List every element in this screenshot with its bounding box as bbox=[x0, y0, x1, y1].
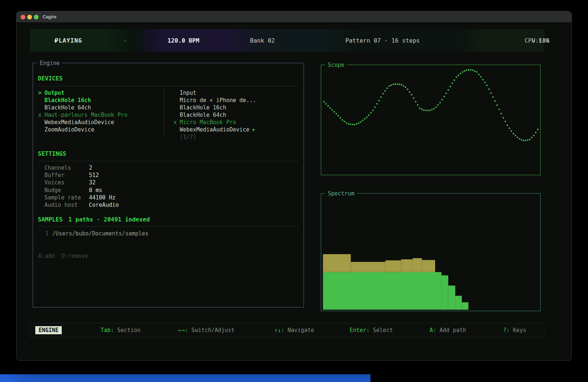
transport-bar: ▶PLAYING - 120.0 BPM Bank 02 Pattern 07 … bbox=[30, 29, 544, 52]
setting-value[interactable]: 44100 Hz bbox=[89, 194, 115, 201]
device-name: BlackHole 64ch bbox=[180, 112, 226, 118]
device-item[interactable]: Micro de « iPhone de... bbox=[173, 97, 295, 104]
settings-heading: SETTINGS bbox=[38, 150, 66, 157]
setting-value[interactable]: CoreAudio bbox=[89, 202, 119, 208]
settings-row: Audio hostCoreAudio bbox=[44, 201, 119, 209]
key-hint: A: Add path bbox=[430, 327, 466, 334]
titlebar[interactable]: Cagire bbox=[17, 11, 571, 22]
device-name: Haut-parleurs MacBook Pro bbox=[44, 112, 128, 118]
device-name: Micro de « iPhone de... bbox=[180, 97, 256, 104]
settings-table: Channels2Buffer512Voices32Nudge0 msSampl… bbox=[44, 164, 119, 209]
setting-value[interactable]: 2 bbox=[89, 165, 92, 171]
app-window: Cagire ▶PLAYING - 120.0 BPM Bank 02 Patt… bbox=[16, 11, 572, 361]
device-name: WebexMediaAudioDevice bbox=[180, 126, 250, 133]
device-item[interactable]: BlackHole 16ch bbox=[38, 97, 159, 104]
scope-waveform bbox=[321, 65, 540, 175]
device-marker bbox=[173, 104, 180, 111]
device-marker bbox=[173, 126, 180, 133]
hint-key: ←→: bbox=[178, 327, 188, 334]
device-marker bbox=[38, 97, 44, 104]
device-item[interactable]: xHaut-parleurs MacBook Pro bbox=[38, 111, 159, 119]
device-item[interactable]: WebexMediaAudioDevice ▼ bbox=[173, 126, 295, 133]
cpu-meter: CPU 13% V:16 L:0 bbox=[524, 37, 539, 44]
close-button[interactable] bbox=[21, 15, 25, 19]
device-name: WebexMediaAudioDevice bbox=[44, 119, 114, 126]
setting-value[interactable]: 0 ms bbox=[89, 187, 102, 194]
help-bar: ENGINE Tab: Section←→: Switch/Adjust↑↓: … bbox=[30, 323, 544, 338]
device-marker bbox=[38, 104, 44, 111]
bank-display[interactable]: Bank 02 bbox=[250, 37, 275, 44]
samples-keys-hint: A:add D:remove bbox=[38, 253, 88, 259]
active-device-marker: x bbox=[173, 119, 180, 126]
device-item[interactable]: BlackHole 16ch bbox=[173, 104, 295, 111]
window-title: Cagire bbox=[43, 14, 56, 19]
device-item[interactable]: BlackHole 64ch bbox=[38, 104, 159, 111]
setting-label: Channels bbox=[44, 164, 89, 172]
settings-row: Nudge0 ms bbox=[44, 187, 119, 194]
minimize-button[interactable] bbox=[27, 15, 32, 19]
engine-panel: Engine DEVICES >Output BlackHole 16ch Bl… bbox=[33, 63, 304, 307]
setting-label: Buffer bbox=[44, 172, 89, 179]
key-hint: Enter: Select bbox=[350, 327, 393, 334]
device-name: BlackHole 64ch bbox=[44, 104, 91, 111]
device-name: Micro MacBook Pro bbox=[180, 119, 236, 126]
device-marker bbox=[173, 111, 180, 119]
hint-key: ↑↓: bbox=[274, 327, 284, 334]
spectrum-panel: Spectrum bbox=[321, 193, 541, 311]
scope-panel: Scope bbox=[321, 65, 541, 175]
device-name: BlackHole 16ch bbox=[180, 104, 226, 111]
hint-key: Tab: bbox=[101, 327, 114, 334]
devices-separator bbox=[38, 86, 299, 86]
settings-row: Channels2 bbox=[44, 164, 119, 172]
settings-separator bbox=[38, 161, 299, 161]
setting-label: Sample rate bbox=[44, 194, 89, 201]
hint-key: A: bbox=[430, 327, 436, 334]
device-marker bbox=[38, 119, 44, 126]
device-marker bbox=[38, 126, 44, 133]
selection-marker: > bbox=[38, 89, 44, 97]
input-device-list: Input Micro de « iPhone de... BlackHole … bbox=[173, 89, 295, 141]
samples-separator bbox=[38, 226, 299, 227]
hint-desc: Select bbox=[370, 327, 393, 334]
background-window-strip bbox=[0, 374, 370, 382]
settings-row: Buffer512 bbox=[44, 172, 119, 179]
key-hint: ↑↓: Navigate bbox=[274, 327, 314, 334]
bpm-display[interactable]: 120.0 BPM bbox=[168, 37, 200, 44]
device-item[interactable]: WebexMediaAudioDevice bbox=[38, 119, 159, 126]
device-name: ZoomAudioDevice bbox=[44, 126, 94, 133]
device-name: BlackHole 16ch bbox=[44, 97, 91, 104]
key-hint: ?: Keys bbox=[503, 327, 526, 334]
input-column-header[interactable]: Input bbox=[173, 89, 295, 97]
mode-badge: ENGINE bbox=[35, 326, 62, 334]
settings-row: Sample rate44100 Hz bbox=[44, 194, 119, 201]
output-column-header[interactable]: >Output bbox=[38, 89, 159, 97]
key-hint: ←→: Switch/Adjust bbox=[178, 327, 235, 334]
setting-label: Nudge bbox=[44, 187, 89, 194]
hint-desc: Keys bbox=[510, 327, 526, 334]
hint-desc: Section bbox=[114, 327, 140, 334]
devices-heading: DEVICES bbox=[38, 75, 62, 82]
setting-label: Audio host bbox=[44, 201, 89, 209]
device-item[interactable]: xMicro MacBook Pro bbox=[173, 119, 295, 126]
more-items-icon: ▼ bbox=[250, 127, 255, 133]
setting-value[interactable]: 32 bbox=[89, 179, 96, 186]
hint-key: Enter: bbox=[350, 327, 370, 334]
sample-path-row[interactable]: 1/Users/bubo/Documents/samples bbox=[45, 230, 148, 237]
setting-value[interactable]: 512 bbox=[89, 172, 99, 179]
pattern-display[interactable]: Pattern 07 · 16 steps bbox=[345, 37, 420, 44]
device-item[interactable]: BlackHole 64ch bbox=[173, 111, 295, 119]
desktop: Cagire ▶PLAYING - 120.0 BPM Bank 02 Patt… bbox=[0, 0, 588, 382]
spectrum-bars bbox=[321, 194, 540, 311]
device-columns-divider bbox=[164, 90, 164, 135]
hint-desc: Add path bbox=[436, 327, 466, 334]
engine-panel-title: Engine bbox=[37, 60, 62, 67]
device-marker bbox=[173, 97, 180, 104]
device-item[interactable]: ZoomAudioDevice bbox=[38, 126, 159, 133]
transport-dash: - bbox=[123, 37, 127, 44]
zoom-button[interactable] bbox=[34, 15, 39, 19]
output-device-list: >Output BlackHole 16ch BlackHole 64chxHa… bbox=[38, 89, 159, 133]
input-pager: (1/7) bbox=[173, 133, 295, 141]
hint-desc: Switch/Adjust bbox=[188, 327, 234, 334]
samples-meta: 1 paths · 20491 indexed bbox=[68, 216, 150, 223]
hint-desc: Navigate bbox=[284, 327, 314, 334]
